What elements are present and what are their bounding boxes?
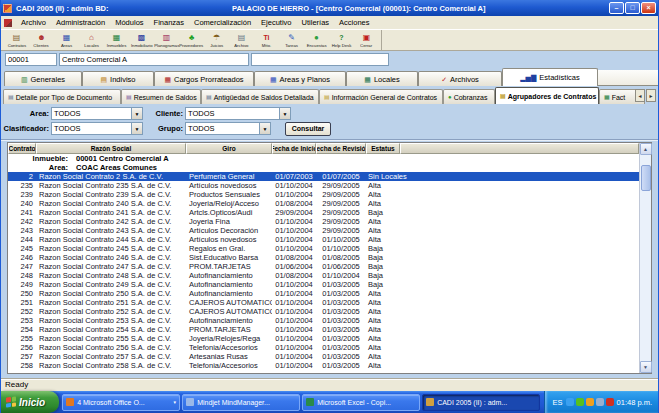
network-icon[interactable]: [596, 398, 604, 406]
table-row[interactable]: 248Razon Social Contrato 248 S.A. de C.V…: [8, 271, 639, 280]
table-row[interactable]: 245Razon Social Contrato 245 S.A. de C.V…: [8, 244, 639, 253]
extra-field-input[interactable]: [251, 53, 389, 66]
grupo-filter-label: Grupo:: [147, 124, 183, 133]
tab-estadisticas[interactable]: ▂▅▇Estadísticas: [502, 68, 598, 86]
table-row[interactable]: 239Razon Social Contrato 239 S.A. de C.V…: [8, 190, 639, 199]
dropdown-arrow-icon[interactable]: ▼: [259, 123, 270, 134]
subtab-detalle-por-tipo-de-documento[interactable]: ▤Detalle por Tipo de Documento: [3, 89, 121, 104]
tab-indiviso[interactable]: ▤Indiviso: [82, 71, 154, 86]
tareas-button[interactable]: ✎Tareas: [279, 30, 304, 50]
cliente-filter-select[interactable]: TODOS ▼: [185, 107, 291, 120]
menu-archivo[interactable]: Archivo: [16, 18, 51, 27]
inmobiliario-button[interactable]: ▩Inmobiliario: [129, 30, 154, 50]
messenger-icon[interactable]: [576, 398, 584, 406]
mtto-icon: Ti: [263, 33, 269, 42]
language-indicator[interactable]: ES: [553, 398, 563, 407]
tab-scroll-left-icon[interactable]: ◄: [635, 89, 645, 102]
table-row[interactable]: 2Razon Social Contrato 2 S.A. de C.V.Per…: [8, 172, 639, 181]
contratos-button[interactable]: ▤Contratos: [4, 30, 29, 50]
proveedores-button[interactable]: ♣Proveedores: [179, 30, 204, 50]
menu-administracion[interactable]: Administración: [51, 18, 110, 27]
table-row[interactable]: 246Razon Social Contrato 246 S.A. de C.V…: [8, 253, 639, 262]
tab-locales[interactable]: ▦Locales: [346, 71, 418, 86]
subtab-cobranzas[interactable]: ●Cobranzas: [443, 89, 495, 104]
volume-icon[interactable]: [566, 398, 574, 406]
menu-acciones[interactable]: Acciones: [334, 18, 374, 27]
table-row[interactable]: 250Razon Social Contrato 250 S.A. de C.V…: [8, 289, 639, 298]
menu-comercializacion[interactable]: Comercialización: [189, 18, 256, 27]
column-header-contrato[interactable]: Contrato: [8, 143, 36, 154]
clientes-button[interactable]: ☻Clientes: [29, 30, 54, 50]
juicios-button[interactable]: ☂Juicios: [204, 30, 229, 50]
start-button[interactable]: Inicio: [1, 391, 59, 413]
tab-areas-y-planos[interactable]: ▦Areas y Planos: [254, 71, 346, 86]
dropdown-arrow-icon[interactable]: ▼: [131, 123, 142, 134]
scroll-up-icon[interactable]: ▲: [640, 143, 652, 155]
minimize-button[interactable]: –: [609, 2, 624, 14]
tab-cargos-prorrateados[interactable]: ▦Cargos Prorrateados: [154, 71, 254, 86]
cerrar-button[interactable]: ▣Cerrar: [354, 30, 379, 50]
close-button[interactable]: ×: [641, 2, 656, 14]
consultar-button[interactable]: Consultar: [285, 122, 331, 136]
inmueble-code-input[interactable]: [5, 53, 57, 66]
cell-fecha-inicio: 01/10/2004: [272, 307, 316, 316]
column-header-razon-social[interactable]: Razón Social: [36, 143, 186, 154]
subtab-resumen-de-saldos[interactable]: ▤Resumen de Saldos: [121, 89, 201, 104]
app-tray-icon[interactable]: [586, 398, 594, 406]
menu-ejecutivo[interactable]: Ejecutivo: [256, 18, 296, 27]
grupo-filter-select[interactable]: TODOS ▼: [185, 122, 271, 135]
maximize-button[interactable]: □: [625, 2, 640, 14]
table-row[interactable]: 258Razon Social Contrato 258 S.A. de C.V…: [8, 361, 639, 370]
taskbar-task-4-microsoft-office-o[interactable]: 4 Microsoft Office O...▾: [62, 394, 180, 411]
encuestas-button[interactable]: ●Encuestas: [304, 30, 329, 50]
area-filter-select[interactable]: TODOS ▼: [51, 107, 143, 120]
table-row[interactable]: 255Razon Social Contrato 255 S.A. de C.V…: [8, 334, 639, 343]
help-desk-button[interactable]: ?Help Desk: [329, 30, 354, 50]
taskbar-task-microsoft-excel-copi[interactable]: Microsoft Excel - Copi...: [302, 394, 420, 411]
table-row[interactable]: 243Razon Social Contrato 243 S.A. de C.V…: [8, 226, 639, 235]
column-header-estatus[interactable]: Estatus: [366, 143, 400, 154]
table-row[interactable]: 244Razon Social Contrato 244 S.A. de C.V…: [8, 235, 639, 244]
clasificador-filter-select[interactable]: TODOS ▼: [51, 122, 143, 135]
security-icon[interactable]: [606, 398, 614, 406]
taskbar-task-cadi-2005-ii-adm[interactable]: CADI 2005 (II) : adm...: [422, 394, 540, 411]
locales-button[interactable]: ⌂Locales: [79, 30, 104, 50]
dropdown-arrow-icon[interactable]: ▼: [131, 108, 142, 119]
menu-utilerias[interactable]: Utilerías: [297, 18, 335, 27]
column-header-fecha-de-revision[interactable]: Fecha de Revisión: [316, 143, 366, 154]
scrollbar-thumb[interactable]: [641, 165, 651, 191]
menu-finanzas[interactable]: Finanzas: [149, 18, 189, 27]
inmueble-name-input[interactable]: [59, 53, 249, 66]
subtab-antiguedad-de-saldos-detallada[interactable]: ▤Antigüedad de Saldos Detallada: [201, 89, 319, 104]
mtto-button[interactable]: TiMtto.: [254, 30, 279, 50]
table-row[interactable]: 257Razon Social Contrato 257 S.A. de C.V…: [8, 352, 639, 361]
column-header-giro[interactable]: Giro: [186, 143, 272, 154]
menu-modulos[interactable]: Módulos: [110, 18, 148, 27]
table-row[interactable]: 252Razon Social Contrato 252 S.A. de C.V…: [8, 307, 639, 316]
table-row[interactable]: 242Razon Social Contrato 242 S.A. de C.V…: [8, 217, 639, 226]
table-row[interactable]: 249Razon Social Contrato 249 S.A. de C.V…: [8, 280, 639, 289]
archivo-button[interactable]: ▤Archivo: [229, 30, 254, 50]
table-row[interactable]: 235Razon Social Contrato 235 S.A. de C.V…: [8, 181, 639, 190]
taskbar-task-mindjet-mindmanager[interactable]: Mindjet MindManager...: [182, 394, 300, 411]
tab-archivos[interactable]: ✓Archivos: [418, 71, 502, 86]
planogramas-button[interactable]: ▥Planogramas: [154, 30, 179, 50]
table-row[interactable]: 251Razon Social Contrato 251 S.A. de C.V…: [8, 298, 639, 307]
column-header-fecha-de-inicio[interactable]: Fecha de Inicio: [272, 143, 316, 154]
subtab-informacion-general-de-contratos[interactable]: ▤Información General de Contratos: [319, 89, 443, 104]
scroll-down-icon[interactable]: ▼: [640, 361, 652, 373]
table-row[interactable]: 254Razon Social Contrato 254 S.A. de C.V…: [8, 325, 639, 334]
areas-button[interactable]: ▦Areas: [54, 30, 79, 50]
tab-scroll-right-icon[interactable]: ►: [646, 89, 656, 102]
table-row[interactable]: 240Razon Social Contrato 240 S.A. de C.V…: [8, 199, 639, 208]
vertical-scrollbar[interactable]: ▲ ▼: [639, 143, 651, 373]
table-row[interactable]: 256Razon Social Contrato 256 S.A. de C.V…: [8, 343, 639, 352]
table-row[interactable]: 247Razon Social Contrato 247 S.A. de C.V…: [8, 262, 639, 271]
table-row[interactable]: 253Razon Social Contrato 253 S.A. de C.V…: [8, 316, 639, 325]
subtab-agrupadores-de-contratos[interactable]: ▤Agrupadores de Contratos: [495, 87, 599, 104]
inmuebles-button[interactable]: ▦Inmuebles: [104, 30, 129, 50]
tab-generales[interactable]: ▥Generales: [4, 71, 82, 86]
dropdown-arrow-icon[interactable]: ▼: [279, 108, 290, 119]
task-group-chevron-icon[interactable]: ▾: [174, 399, 177, 405]
table-row[interactable]: 241Razon Social Contrato 241 S.A. de C.V…: [8, 208, 639, 217]
